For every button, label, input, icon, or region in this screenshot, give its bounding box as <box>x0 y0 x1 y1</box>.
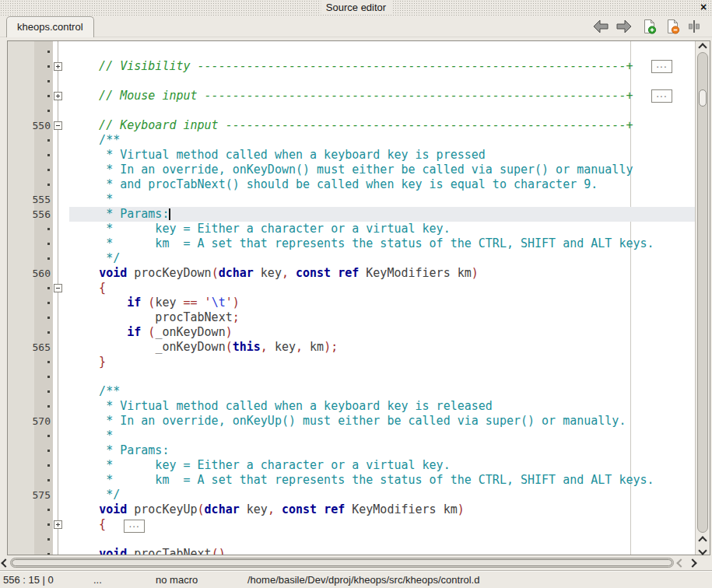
code-line[interactable] <box>8 532 696 547</box>
gutter-cell[interactable] <box>8 517 52 532</box>
gutter-cell[interactable] <box>8 89 52 103</box>
gutter-cell[interactable]: 550 <box>8 118 52 133</box>
code-text[interactable]: /** <box>71 133 120 148</box>
code-text[interactable]: * In an override, onKeyUp() must either … <box>71 414 626 429</box>
code-text[interactable]: } <box>71 355 106 369</box>
fold-expand-icon[interactable] <box>54 92 62 100</box>
close-document-button[interactable] <box>665 19 682 34</box>
gutter-cell[interactable] <box>8 74 52 89</box>
code-line[interactable]: 565 _onKeyDown(this, key, km); <box>8 340 696 355</box>
next-file-button[interactable] <box>616 19 633 34</box>
code-text[interactable]: // Mouse input -------------------------… <box>71 89 633 103</box>
code-line[interactable]: * Virtual method called when a keyboard … <box>8 399 696 414</box>
code-text[interactable]: { <box>71 281 106 296</box>
code-line[interactable]: /** <box>8 384 696 399</box>
gutter-cell[interactable]: 565 <box>8 340 52 355</box>
tab-kheops-control[interactable]: kheops.control <box>6 16 94 37</box>
code-line[interactable]: void procTabNext() <box>8 547 696 555</box>
code-line[interactable]: */ <box>8 251 696 266</box>
folded-code-ellipsis[interactable]: ... <box>651 89 672 103</box>
code-line[interactable]: 570 * In an override, onKeyUp() must eit… <box>8 414 696 429</box>
code-line[interactable]: // Mouse input -------------------------… <box>8 89 696 103</box>
gutter-cell[interactable] <box>8 222 52 236</box>
code-line[interactable]: * key = Either a character or a virtual … <box>8 458 696 473</box>
folded-code-ellipsis[interactable]: ... <box>651 60 672 73</box>
code-line[interactable]: * km = A set that represents the status … <box>8 473 696 488</box>
code-line[interactable]: {... <box>8 517 696 532</box>
gutter-cell[interactable] <box>8 473 52 488</box>
code-line[interactable]: * <box>8 429 696 443</box>
code-line[interactable]: * Virtual method called when a keyboard … <box>8 148 696 163</box>
code-line[interactable]: 575 */ <box>8 488 696 502</box>
code-text[interactable]: _onKeyDown(this, key, km); <box>71 340 338 355</box>
gutter-cell[interactable] <box>8 399 52 414</box>
gutter-cell[interactable] <box>8 148 52 163</box>
code-text[interactable]: void procTabNext() <box>71 547 226 555</box>
code-line[interactable]: if (_onKeyDown) <box>8 325 696 340</box>
horizontal-scrollbar[interactable] <box>0 557 697 569</box>
code-line[interactable]: 560 void procKeyDown(dchar key, const re… <box>8 266 696 281</box>
code-text[interactable]: /** <box>71 384 120 399</box>
gutter-cell[interactable] <box>8 44 52 59</box>
gutter-cell[interactable] <box>8 429 52 443</box>
code-line[interactable]: 550 // Keyboard input ------------------… <box>8 118 696 133</box>
code-line[interactable]: * key = Either a character or a virtual … <box>8 222 696 236</box>
code-text[interactable]: * In an override, onKeyDown() must eithe… <box>71 163 633 177</box>
code-line[interactable]: // Visibility --------------------------… <box>8 59 696 74</box>
code-line[interactable]: 556 * Params: <box>8 207 696 222</box>
gutter-cell[interactable] <box>8 310 52 325</box>
gutter-cell[interactable] <box>8 103 52 118</box>
code-text[interactable]: */ <box>71 488 120 502</box>
gutter-cell[interactable]: 570 <box>8 414 52 429</box>
gutter-cell[interactable] <box>8 59 52 74</box>
gutter-cell[interactable] <box>8 458 52 473</box>
gutter-cell[interactable]: 575 <box>8 488 52 502</box>
close-icon[interactable]: × <box>698 0 709 14</box>
detach-editor-button[interactable] <box>687 19 701 34</box>
code-line[interactable] <box>8 103 696 118</box>
code-text[interactable]: * and procTabNext() should be called whe… <box>71 177 598 192</box>
gutter-cell[interactable] <box>8 163 52 177</box>
code-text[interactable]: * key = Either a character or a virtual … <box>71 222 451 236</box>
new-document-button[interactable] <box>641 19 658 34</box>
horizontal-scroll-thumb[interactable] <box>12 559 672 566</box>
horizontal-scroll-track[interactable] <box>10 558 674 568</box>
code-line[interactable]: } <box>8 355 696 369</box>
code-line[interactable]: * Params: <box>8 443 696 458</box>
fold-collapse-icon[interactable] <box>54 121 62 130</box>
scroll-left-button-secondary[interactable] <box>675 557 686 569</box>
gutter-cell[interactable] <box>8 133 52 148</box>
scroll-right-button[interactable] <box>687 557 697 569</box>
code-text[interactable]: * key = Either a character or a virtual … <box>71 458 451 473</box>
gutter-cell[interactable] <box>8 547 52 555</box>
code-line[interactable]: if (key == '\t') <box>8 296 696 310</box>
code-text[interactable]: * km = A set that represents the status … <box>71 473 654 488</box>
vertical-scroll-track[interactable] <box>697 52 708 533</box>
gutter-cell[interactable] <box>8 443 52 458</box>
code-text[interactable]: * <box>71 429 113 443</box>
code-line[interactable] <box>8 44 696 59</box>
code-line[interactable]: * and procTabNext() should be called whe… <box>8 177 696 192</box>
gutter-cell[interactable]: 555 <box>8 192 52 207</box>
code-text[interactable]: * km = A set that represents the status … <box>71 236 654 251</box>
gutter-cell[interactable] <box>8 369 52 384</box>
gutter-cell[interactable] <box>8 384 52 399</box>
code-line[interactable]: * In an override, onKeyDown() must eithe… <box>8 163 696 177</box>
gutter-cell[interactable] <box>8 355 52 369</box>
code-text[interactable]: void procKeyUp(dchar key, const ref KeyM… <box>71 502 465 517</box>
code-editor[interactable]: // Visibility --------------------------… <box>7 40 710 555</box>
code-line[interactable]: void procKeyUp(dchar key, const ref KeyM… <box>8 502 696 517</box>
fold-collapse-icon[interactable] <box>54 284 62 292</box>
previous-file-button[interactable] <box>592 19 609 34</box>
code-text[interactable]: * Params: <box>71 443 169 458</box>
scroll-up-button[interactable] <box>696 41 710 51</box>
code-line[interactable] <box>8 369 696 384</box>
gutter-cell[interactable]: 560 <box>8 266 52 281</box>
code-text[interactable]: * Params: <box>71 207 170 222</box>
code-text[interactable]: * <box>71 192 113 207</box>
code-text[interactable]: {... <box>71 517 145 532</box>
gutter-cell[interactable] <box>8 177 52 192</box>
scroll-up-button-secondary[interactable] <box>696 534 710 544</box>
code-line[interactable]: 555 * <box>8 192 696 207</box>
scroll-down-button[interactable] <box>696 544 710 555</box>
